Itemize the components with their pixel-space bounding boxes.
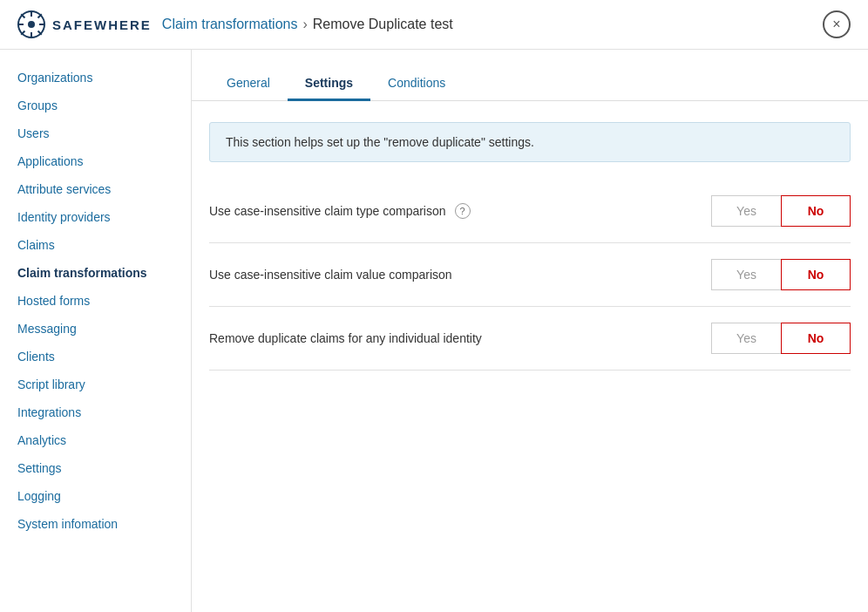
logo-text: SAFEWHERE [52, 17, 152, 32]
sidebar-item-clients[interactable]: Clients [0, 343, 191, 371]
breadcrumb-separator: › [302, 17, 307, 32]
sidebar-item-attribute-services[interactable]: Attribute services [0, 175, 191, 203]
main-content: GeneralSettingsConditions This section h… [192, 50, 868, 612]
tab-general[interactable]: General [209, 67, 288, 101]
tab-conditions[interactable]: Conditions [370, 67, 463, 101]
info-box: This section helps set up the "remove du… [209, 122, 851, 162]
toggle-group-case-insensitive-value: YesNo [711, 259, 851, 290]
sidebar-item-claims[interactable]: Claims [0, 231, 191, 259]
sidebar-item-hosted-forms[interactable]: Hosted forms [0, 287, 191, 315]
toggle-group-remove-duplicate-individual: YesNo [711, 323, 851, 354]
sidebar-item-applications[interactable]: Applications [0, 147, 191, 175]
sidebar-item-system-information[interactable]: System infomation [0, 510, 191, 538]
breadcrumb-current: Remove Duplicate test [313, 17, 453, 32]
sidebar-item-script-library[interactable]: Script library [0, 371, 191, 398]
toggle-group-case-insensitive-type: YesNo [711, 195, 851, 227]
settings-section: Use case-insensitive claim type comparis… [192, 180, 868, 371]
setting-label-text-case-insensitive-type: Use case-insensitive claim type comparis… [209, 204, 446, 218]
no-button-remove-duplicate-individual[interactable]: No [781, 323, 851, 354]
help-icon[interactable]: ? [455, 203, 471, 219]
setting-label-remove-duplicate-individual: Remove duplicate claims for any individu… [209, 331, 711, 345]
tabs: GeneralSettingsConditions [192, 67, 868, 101]
setting-row-case-insensitive-value: Use case-insensitive claim value compari… [209, 243, 851, 307]
info-box-text: This section helps set up the "remove du… [226, 135, 534, 149]
sidebar-item-settings[interactable]: Settings [0, 454, 191, 482]
setting-label-case-insensitive-type: Use case-insensitive claim type comparis… [209, 203, 711, 219]
yes-button-case-insensitive-value[interactable]: Yes [711, 259, 781, 290]
logo: SAFEWHERE [17, 10, 152, 38]
breadcrumb: Claim transformations › Remove Duplicate… [162, 17, 453, 32]
setting-label-case-insensitive-value: Use case-insensitive claim value compari… [209, 268, 711, 282]
tab-settings[interactable]: Settings [288, 67, 370, 101]
no-button-case-insensitive-value[interactable]: No [781, 259, 851, 290]
sidebar-item-logging[interactable]: Logging [0, 482, 191, 510]
setting-row-remove-duplicate-individual: Remove duplicate claims for any individu… [209, 307, 851, 371]
sidebar-item-users[interactable]: Users [0, 119, 191, 147]
logo-icon [17, 10, 45, 38]
sidebar-item-claim-transformations[interactable]: Claim transformations [0, 259, 191, 287]
close-button[interactable]: × [823, 10, 851, 38]
sidebar-item-groups[interactable]: Groups [0, 92, 191, 119]
sidebar-item-messaging[interactable]: Messaging [0, 315, 191, 343]
header-left: SAFEWHERE Claim transformations › Remove… [17, 10, 453, 38]
setting-label-text-remove-duplicate-individual: Remove duplicate claims for any individu… [209, 331, 482, 345]
layout: OrganizationsGroupsUsersApplicationsAttr… [0, 50, 868, 612]
yes-button-case-insensitive-type[interactable]: Yes [711, 195, 781, 227]
sidebar: OrganizationsGroupsUsersApplicationsAttr… [0, 50, 192, 612]
sidebar-item-organizations[interactable]: Organizations [0, 64, 191, 92]
yes-button-remove-duplicate-individual[interactable]: Yes [711, 323, 781, 354]
setting-label-text-case-insensitive-value: Use case-insensitive claim value compari… [209, 268, 452, 282]
no-button-case-insensitive-type[interactable]: No [781, 195, 851, 227]
sidebar-item-analytics[interactable]: Analytics [0, 426, 191, 454]
breadcrumb-parent[interactable]: Claim transformations [162, 17, 298, 32]
sidebar-item-integrations[interactable]: Integrations [0, 398, 191, 426]
svg-point-1 [28, 21, 35, 28]
sidebar-item-identity-providers[interactable]: Identity providers [0, 203, 191, 231]
header: SAFEWHERE Claim transformations › Remove… [0, 0, 868, 50]
setting-row-case-insensitive-type: Use case-insensitive claim type comparis… [209, 180, 851, 243]
